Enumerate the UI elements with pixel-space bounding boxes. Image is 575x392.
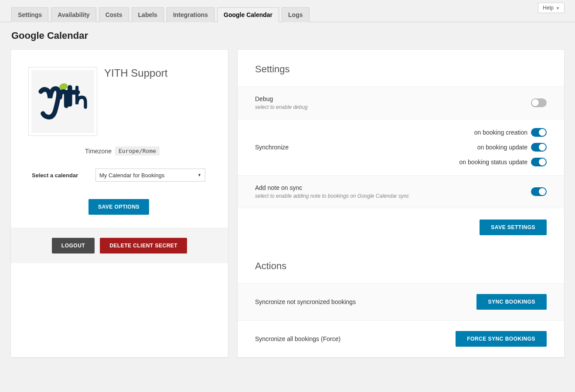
sync-update-label: on booking update xyxy=(477,144,527,151)
save-options-button[interactable]: SAVE OPTIONS xyxy=(88,199,149,215)
setting-addnote: Add note on sync select to enable adding… xyxy=(238,175,564,208)
addnote-desc: select to enable adding note to bookings… xyxy=(255,193,409,199)
timezone-value: Europe/Rome xyxy=(115,146,160,155)
sync-bookings-button[interactable]: SYNC BOOKINGS xyxy=(476,294,547,310)
tab-costs[interactable]: Costs xyxy=(99,7,129,22)
action-force-sync: Syncronize all bookings (Force) FORCE SY… xyxy=(238,320,564,357)
tab-labels[interactable]: Labels xyxy=(132,7,164,22)
sync-creation-label: on booking creation xyxy=(474,129,527,136)
delete-client-secret-button[interactable]: DELETE CLIENT SECRET xyxy=(100,238,187,253)
logout-button[interactable]: LOGOUT xyxy=(52,238,95,253)
settings-heading: Settings xyxy=(238,50,564,86)
debug-desc: select to enable debug xyxy=(255,104,308,110)
actions-heading: Actions xyxy=(238,247,564,283)
page-title: Google Calendar xyxy=(0,22,575,49)
calendar-select[interactable]: My Calendar for Bookings ▼ xyxy=(95,169,205,182)
chevron-down-icon: ▼ xyxy=(197,173,201,177)
select-calendar-label: Select a calendar xyxy=(28,172,95,179)
chevron-down-icon: ▼ xyxy=(556,6,560,10)
sync-status-label: on booking status update xyxy=(459,159,527,166)
addnote-title: Add note on sync xyxy=(255,184,409,191)
calendar-selected-value: My Calendar for Bookings xyxy=(99,172,165,179)
action-sync-unsynced: Syncronize not syncronized bookings SYNC… xyxy=(238,283,564,320)
synchronize-title: Synchronize xyxy=(255,144,289,151)
debug-title: Debug xyxy=(255,95,308,102)
setting-debug: Debug select to enable debug xyxy=(238,86,564,119)
setting-synchronize: Synchronize on booking creation on booki… xyxy=(238,119,564,175)
settings-panel: Settings Debug select to enable debug Sy… xyxy=(237,49,565,358)
help-button[interactable]: Help ▼ xyxy=(538,3,565,13)
tab-logs[interactable]: Logs xyxy=(282,7,309,22)
tab-availability[interactable]: Availability xyxy=(51,7,96,22)
debug-toggle[interactable] xyxy=(531,98,547,107)
sync-update-toggle[interactable] xyxy=(531,143,547,152)
account-panel: YITH Support Timezone Europe/Rome Select… xyxy=(10,49,228,358)
sync-all-label: Syncronize all bookings (Force) xyxy=(255,335,340,342)
help-label: Help xyxy=(543,5,554,11)
force-sync-button[interactable]: FORCE SYNC BOOKINGS xyxy=(456,331,547,347)
account-name: YITH Support xyxy=(104,67,167,79)
addnote-toggle[interactable] xyxy=(531,187,547,196)
sync-unsynced-label: Syncronize not syncronized bookings xyxy=(255,298,356,305)
account-logo xyxy=(28,67,97,136)
tab-google-calendar[interactable]: Google Calendar xyxy=(217,7,279,22)
tab-bar: Settings Availability Costs Labels Integ… xyxy=(0,0,575,22)
tab-integrations[interactable]: Integrations xyxy=(167,7,214,22)
tab-settings[interactable]: Settings xyxy=(11,7,48,22)
sync-creation-toggle[interactable] xyxy=(531,128,547,137)
yith-logo-icon xyxy=(34,73,91,130)
timezone-label: Timezone xyxy=(85,148,112,155)
save-settings-button[interactable]: SAVE SETTINGS xyxy=(480,220,547,235)
sync-status-toggle[interactable] xyxy=(531,158,547,166)
